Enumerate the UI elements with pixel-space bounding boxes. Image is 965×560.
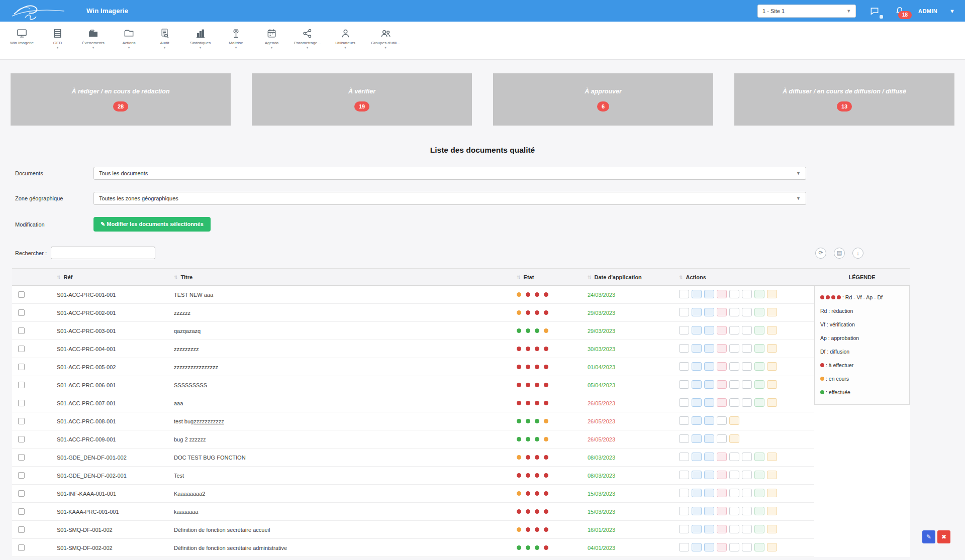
action-button-green[interactable]: [754, 507, 764, 515]
toolbar-item-parametrage[interactable]: Paramétrage...▾: [290, 26, 325, 49]
edit-floating-button[interactable]: ✎: [922, 530, 935, 543]
action-button-gray[interactable]: [679, 290, 689, 298]
action-button-pink[interactable]: [717, 507, 727, 515]
action-button-blue[interactable]: [704, 326, 714, 334]
row-checkbox[interactable]: [18, 327, 25, 334]
refresh-icon[interactable]: ⟳: [815, 248, 826, 259]
action-button-blue[interactable]: [704, 344, 714, 353]
action-button-blue[interactable]: [704, 471, 714, 479]
action-button-orange[interactable]: [729, 434, 739, 443]
action-button-gray[interactable]: [679, 471, 689, 479]
action-button-pink[interactable]: [717, 489, 727, 497]
action-button-gray[interactable]: [742, 326, 752, 334]
print-icon[interactable]: ▤: [834, 248, 845, 259]
card-a-verifier[interactable]: À vérifier 19: [252, 73, 472, 126]
zone-filter-select[interactable]: Toutes les zones géographiques ▼: [93, 192, 806, 205]
action-button-green[interactable]: [754, 326, 764, 334]
action-button-blue[interactable]: [704, 290, 714, 298]
action-button-blue[interactable]: [692, 543, 702, 551]
action-button-orange[interactable]: [767, 525, 777, 533]
action-button-gray[interactable]: [729, 290, 739, 298]
action-button-gray[interactable]: [742, 453, 752, 461]
action-button-gray[interactable]: [679, 434, 689, 443]
row-checkbox[interactable]: [18, 490, 25, 497]
action-button-orange[interactable]: [767, 453, 777, 461]
action-button-orange[interactable]: [767, 326, 777, 334]
action-button-green[interactable]: [754, 525, 764, 533]
action-button-gray[interactable]: [679, 507, 689, 515]
action-button-gray[interactable]: [742, 362, 752, 371]
action-button-pink[interactable]: [717, 380, 727, 389]
action-button-blue[interactable]: [704, 416, 714, 425]
action-button-orange[interactable]: [767, 290, 777, 298]
row-checkbox[interactable]: [18, 382, 25, 388]
column-header-actions[interactable]: ⇅ Actions: [675, 274, 814, 280]
notifications-bell-icon[interactable]: 18: [893, 5, 906, 18]
action-button-blue[interactable]: [692, 507, 702, 515]
action-button-gray[interactable]: [742, 344, 752, 353]
action-button-blue[interactable]: [692, 290, 702, 298]
action-button-blue[interactable]: [692, 489, 702, 497]
action-button-gray[interactable]: [729, 380, 739, 389]
action-button-gray[interactable]: [679, 398, 689, 407]
action-button-gray[interactable]: [742, 471, 752, 479]
action-button-gray[interactable]: [679, 453, 689, 461]
action-button-gray[interactable]: [729, 362, 739, 371]
action-button-pink[interactable]: [717, 471, 727, 479]
card-a-approuver[interactable]: À approuver 6: [493, 73, 713, 126]
action-button-gray[interactable]: [679, 489, 689, 497]
toolbar-item-groupes[interactable]: Groupes d'utili...▾: [365, 26, 406, 49]
modify-selected-documents-button[interactable]: ✎ Modifier les documents sélectionnés: [93, 217, 211, 232]
close-floating-button[interactable]: ✖: [937, 530, 950, 543]
action-button-green[interactable]: [754, 489, 764, 497]
action-button-blue[interactable]: [704, 453, 714, 461]
action-button-gray[interactable]: [679, 525, 689, 533]
row-checkbox[interactable]: [18, 544, 25, 551]
action-button-gray[interactable]: [679, 344, 689, 353]
toolbar-item-win-imagerie[interactable]: Win Imagerie: [4, 26, 40, 45]
action-button-gray[interactable]: [729, 344, 739, 353]
action-button-gray[interactable]: [729, 308, 739, 316]
row-checkbox[interactable]: [18, 364, 25, 370]
action-button-blue[interactable]: [692, 344, 702, 353]
action-button-orange[interactable]: [767, 507, 777, 515]
action-button-blue[interactable]: [692, 362, 702, 371]
action-button-green[interactable]: [754, 543, 764, 551]
action-button-gray[interactable]: [679, 543, 689, 551]
action-button-pink[interactable]: [717, 326, 727, 334]
action-button-blue[interactable]: [704, 380, 714, 389]
action-button-blue[interactable]: [692, 380, 702, 389]
action-button-gray[interactable]: [729, 326, 739, 334]
action-button-gray[interactable]: [679, 380, 689, 389]
export-icon[interactable]: ↓: [852, 248, 863, 259]
action-button-green[interactable]: [754, 308, 764, 316]
row-checkbox[interactable]: [18, 436, 25, 442]
action-button-blue[interactable]: [704, 489, 714, 497]
row-checkbox[interactable]: [18, 400, 25, 406]
action-button-gray[interactable]: [742, 525, 752, 533]
action-button-blue[interactable]: [704, 525, 714, 533]
action-button-gray[interactable]: [679, 416, 689, 425]
action-button-green[interactable]: [754, 344, 764, 353]
row-checkbox[interactable]: [18, 526, 25, 533]
row-checkbox[interactable]: [18, 508, 25, 515]
action-button-pink[interactable]: [717, 543, 727, 551]
action-button-gray[interactable]: [729, 471, 739, 479]
action-button-orange[interactable]: [767, 471, 777, 479]
action-button-green[interactable]: [754, 453, 764, 461]
column-header-etat[interactable]: ⇅ Etat: [514, 274, 585, 280]
documents-filter-select[interactable]: Tous les documents ▼: [93, 167, 806, 180]
action-button-orange[interactable]: [767, 543, 777, 551]
action-button-gray[interactable]: [742, 489, 752, 497]
row-checkbox[interactable]: [18, 418, 25, 424]
action-button-green[interactable]: [754, 362, 764, 371]
action-button-blue[interactable]: [692, 471, 702, 479]
toolbar-item-evenements[interactable]: Évènements▾: [75, 26, 111, 49]
action-button-gray[interactable]: [742, 308, 752, 316]
action-button-gray[interactable]: [729, 398, 739, 407]
action-button-gray[interactable]: [717, 416, 727, 425]
action-button-gray[interactable]: [717, 434, 727, 443]
action-button-orange[interactable]: [767, 308, 777, 316]
action-button-gray[interactable]: [742, 290, 752, 298]
search-input[interactable]: [51, 247, 155, 259]
